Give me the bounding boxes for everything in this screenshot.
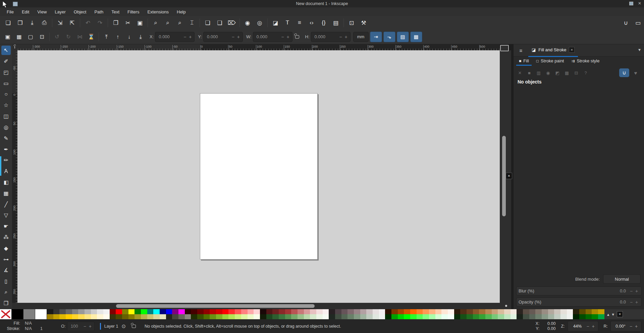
swatch[interactable] — [172, 314, 178, 319]
swatch[interactable] — [248, 309, 254, 314]
fill-rule-nonzero-button[interactable]: ♥ — [631, 68, 641, 77]
fill-stroke-dialog-icon[interactable]: ◪ — [269, 18, 281, 28]
swatch[interactable] — [128, 309, 135, 314]
swatch[interactable] — [166, 309, 172, 314]
swatch[interactable] — [592, 309, 598, 314]
tool-shape-builder[interactable]: ◰ — [1, 68, 11, 77]
document-save-icon[interactable]: ⤓ — [26, 18, 38, 28]
paste-icon[interactable]: ▣ — [134, 18, 146, 28]
tab-stroke-paint[interactable]: □Stroke paint — [534, 57, 567, 66]
swatch[interactable] — [529, 314, 536, 319]
swatch[interactable] — [398, 314, 404, 319]
swatch[interactable] — [279, 314, 285, 319]
swatch[interactable] — [523, 309, 529, 314]
tool-calligraphy[interactable]: ✏ — [1, 156, 11, 165]
layer-visibility-eye-icon[interactable]: ⊙ — [121, 323, 126, 329]
rotation-spinner[interactable]: 0.00° −+ — [610, 321, 641, 332]
tool-spiral[interactable]: ◎ — [1, 123, 11, 132]
swatch[interactable] — [385, 309, 391, 314]
swatch[interactable] — [410, 314, 417, 319]
display-mode-icon[interactable]: ▭ — [632, 18, 644, 28]
swatch[interactable] — [517, 309, 523, 314]
swatch[interactable] — [360, 309, 367, 314]
blur-slider[interactable]: Blur (%) 0.0 − + — [516, 286, 642, 295]
swatch[interactable] — [185, 309, 191, 314]
swatch[interactable] — [254, 309, 260, 314]
swatch[interactable] — [323, 314, 329, 319]
swatch[interactable] — [535, 309, 542, 314]
tool-bezier-pen[interactable]: ✒ — [1, 145, 11, 154]
tool-dropper[interactable]: ╱ — [1, 200, 11, 209]
ungroup-icon[interactable]: ◎ — [254, 18, 266, 28]
swatch[interactable] — [197, 309, 204, 314]
swatch[interactable] — [410, 309, 417, 314]
swatch[interactable] — [347, 309, 354, 314]
horizontal-scrollbar[interactable] — [12, 303, 511, 309]
swatch[interactable] — [172, 309, 178, 314]
swatch[interactable] — [423, 314, 429, 319]
swatch[interactable] — [266, 314, 273, 319]
swatch[interactable] — [85, 314, 91, 319]
create-clone-icon[interactable]: ❑ — [214, 18, 226, 28]
y-input[interactable]: 0.000−+ — [203, 32, 243, 42]
swatch[interactable] — [47, 314, 53, 319]
preferences-icon[interactable]: ⚒ — [358, 18, 370, 28]
swatch[interactable] — [66, 314, 72, 319]
swatch[interactable] — [404, 309, 410, 314]
swatch[interactable] — [53, 309, 60, 314]
swatch[interactable] — [310, 309, 316, 314]
swatch[interactable] — [479, 314, 485, 319]
swatch[interactable] — [122, 309, 128, 314]
swatch[interactable] — [122, 314, 128, 319]
snap-toggle-icon[interactable]: ∪ — [620, 18, 632, 28]
swatch[interactable] — [160, 309, 166, 314]
lower-to-bottom-button[interactable]: ⤓ — [135, 32, 146, 42]
tab-stroke-style[interactable]: ⇉Stroke style — [569, 57, 602, 66]
fill-stroke-dialog-tab[interactable]: ◪ Fill and Stroke ✕ — [528, 44, 578, 57]
horizontal-ruler[interactable]: -300-250-200-150-100-5005010015020025030… — [12, 44, 500, 51]
print-icon[interactable]: ⎙ — [38, 18, 50, 28]
swatch[interactable] — [554, 309, 560, 314]
swatch[interactable] — [429, 314, 435, 319]
swatch[interactable] — [542, 309, 548, 314]
x-input[interactable]: 0.000−+ — [155, 32, 195, 42]
fill-rule-evenodd-button[interactable]: ∪ — [619, 68, 629, 77]
display-mode-monitor-icon[interactable] — [500, 45, 509, 51]
swatch-pinned[interactable] — [23, 309, 35, 319]
swatch[interactable] — [222, 314, 229, 319]
swatch[interactable] — [391, 309, 398, 314]
swatch[interactable] — [492, 314, 498, 319]
swatch[interactable] — [573, 314, 579, 319]
tool-tweak[interactable]: ☛ — [1, 222, 11, 231]
swatch[interactable] — [366, 314, 373, 319]
swatch[interactable] — [260, 309, 266, 314]
affect-patterns-button[interactable]: ▩ — [410, 32, 422, 42]
swatch[interactable] — [598, 314, 604, 319]
object-properties-icon[interactable]: {} — [318, 18, 330, 28]
redo-icon[interactable]: ↷ — [94, 18, 106, 28]
menu-help[interactable]: Help — [173, 8, 189, 15]
swatch-none[interactable] — [0, 309, 12, 319]
swatch[interactable] — [185, 314, 191, 319]
swatch[interactable] — [298, 314, 304, 319]
maximize-button[interactable] — [629, 2, 633, 5]
tool-ellipse[interactable]: ○ — [1, 90, 11, 99]
align-distribute-icon[interactable]: ▤ — [330, 18, 342, 28]
tool-rectangle[interactable]: ▭ — [1, 78, 11, 88]
swatch[interactable] — [435, 309, 442, 314]
swatch[interactable] — [423, 309, 429, 314]
swatch[interactable] — [160, 314, 166, 319]
swatch[interactable] — [417, 314, 423, 319]
tool-node-editor[interactable]: ✐ — [1, 57, 11, 66]
paint-linear-gradient-icon[interactable]: ▥ — [534, 69, 543, 77]
menu-layer[interactable]: Layer — [51, 8, 69, 15]
paint-mesh-icon[interactable]: ⊟ — [572, 69, 581, 77]
tool-pencil[interactable]: ✎ — [1, 133, 11, 143]
swatch[interactable] — [347, 314, 354, 319]
swatch[interactable] — [592, 314, 598, 319]
swatch[interactable] — [222, 309, 229, 314]
swatch-pinned[interactable] — [12, 309, 23, 319]
copy-icon[interactable]: ❐ — [110, 18, 122, 28]
swatch[interactable] — [523, 314, 529, 319]
swatch[interactable] — [479, 309, 485, 314]
